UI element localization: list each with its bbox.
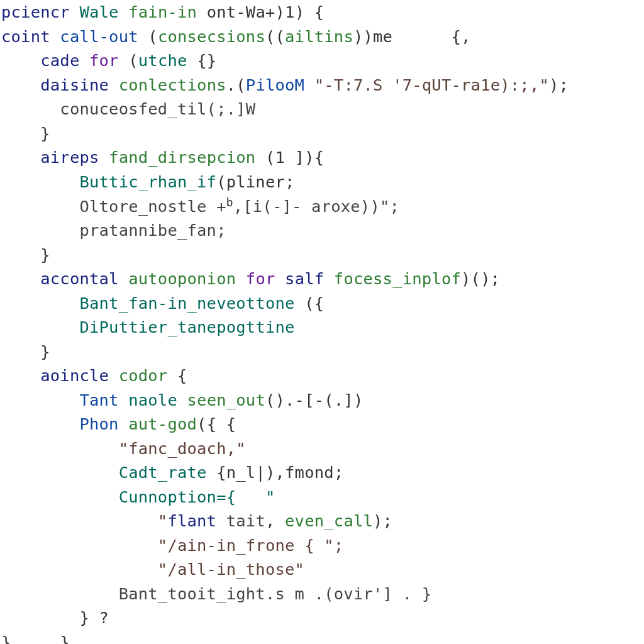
code-line: Tant naole seen_out().-[-(.]): [1, 391, 363, 409]
code-line: Bant_tooit_ight.s m .(ovir'] . }: [1, 584, 431, 603]
code-line: "/all-in_those": [1, 560, 304, 579]
code-line: aireps fand_dirsepcion (1 ]){: [1, 148, 324, 167]
code-line: "flant tait, even_call);: [1, 511, 392, 530]
code-line: }: [1, 342, 50, 361]
code-line: Cadt_rate {n_l|),fmond;: [1, 463, 343, 482]
code-line: DiPuttier_tanepogttine: [1, 318, 295, 336]
code-line: } ?: [1, 608, 109, 627]
code-line: "/ain-in_frone { ";: [1, 536, 343, 555]
code-line: Bant_fan-in_neveottone ({: [1, 294, 324, 313]
code-line: accontal autooponion for salf focess_inp…: [1, 269, 500, 288]
code-line: aoincle codor {: [1, 366, 187, 385]
code-line: "fanc_doach,": [1, 439, 246, 458]
code-line: Buttic_rhan_if(pliner;: [1, 172, 295, 191]
code-line: Cunnoption={ ": [1, 487, 275, 506]
code-line: Oltore_nostle +b,[i(-]- aroxe))";: [1, 197, 399, 216]
code-line: conuceosfed_til(;.]W: [1, 99, 255, 118]
code-editor-content[interactable]: pciencr Wale fain-in ont-Wa+)1) { coint …: [0, 0, 644, 644]
code-line: pciencr Wale fain-in ont-Wa+)1) {: [1, 3, 324, 21]
code-line: }: [1, 124, 50, 143]
code-line: }: [1, 245, 50, 264]
code-line: coint call-out (consecsions((ailtins))me…: [1, 27, 471, 46]
code-line: cade for (utche {}: [1, 51, 216, 70]
code-line: pratannibe_fan;: [1, 221, 226, 240]
code-line: daisine conlections.(PilooM "-T:7.S '7-q…: [1, 75, 569, 94]
code-line: Phon aut-god({ {: [1, 414, 236, 433]
code-line: } }: [1, 633, 70, 645]
